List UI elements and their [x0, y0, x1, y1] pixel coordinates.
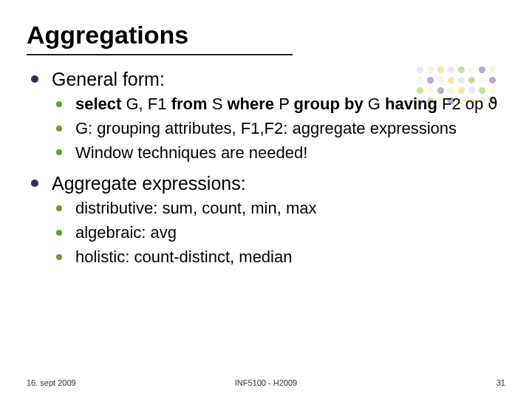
list-item-text: Window techniques are needed!: [75, 143, 307, 162]
text-run: F2 op ϑ: [437, 95, 498, 113]
slide: Aggregations: [0, 0, 532, 399]
bullet-icon: [56, 205, 62, 211]
list-item-text: G: grouping attributes, F1,F2: aggregate…: [75, 119, 457, 137]
list-item-text: holistic: count-distinct, median: [75, 248, 292, 266]
bullet-icon: [56, 149, 62, 155]
bullet-icon: [31, 75, 38, 83]
section-general-form: General form: select G, F1 from S where …: [30, 69, 505, 163]
body-list: General form: select G, F1 from S where …: [27, 69, 505, 267]
section-heading: Aggregate expressions:: [52, 173, 246, 194]
footer: 16. sept 2009 INF5100 - H2009 31: [27, 378, 505, 387]
sql-form-text: select G, F1 from S where P group by G h…: [75, 95, 498, 113]
text-run: G: [364, 95, 385, 113]
keyword: where: [227, 95, 274, 113]
bullet-icon: [56, 101, 62, 107]
bullet-icon: [56, 126, 62, 132]
list-item: G: grouping attributes, F1,F2: aggregate…: [53, 119, 505, 139]
text-run: S: [208, 95, 228, 113]
keyword: select: [75, 95, 121, 113]
list-item-text: algebraic: avg: [75, 223, 177, 242]
text-run: P: [274, 95, 294, 113]
footer-course: INF5100 - H2009: [27, 378, 505, 387]
list-item: select G, F1 from S where P group by G h…: [53, 95, 505, 115]
list-item: Window techniques are needed!: [53, 143, 505, 163]
bullet-icon: [31, 180, 38, 187]
text-run: G, F1: [121, 95, 171, 113]
keyword: having: [385, 95, 437, 113]
list-item-text: distributive: sum, count, min, max: [75, 199, 316, 217]
list-item: distributive: sum, count, min, max: [53, 199, 505, 219]
general-form-items: select G, F1 from S where P group by G h…: [52, 95, 505, 163]
aggregate-expr-items: distributive: sum, count, min, max algeb…: [52, 199, 505, 267]
section-heading: General form:: [52, 69, 165, 89]
list-item: algebraic: avg: [53, 223, 505, 243]
bullet-icon: [56, 254, 62, 260]
keyword: from: [171, 95, 208, 113]
list-item: holistic: count-distinct, median: [53, 248, 505, 267]
section-aggregate-expressions: Aggregate expressions: distributive: sum…: [30, 173, 505, 267]
keyword: group by: [294, 95, 364, 113]
title-underline: [27, 54, 293, 55]
bullet-icon: [56, 230, 62, 236]
slide-title: Aggregations: [27, 21, 505, 50]
